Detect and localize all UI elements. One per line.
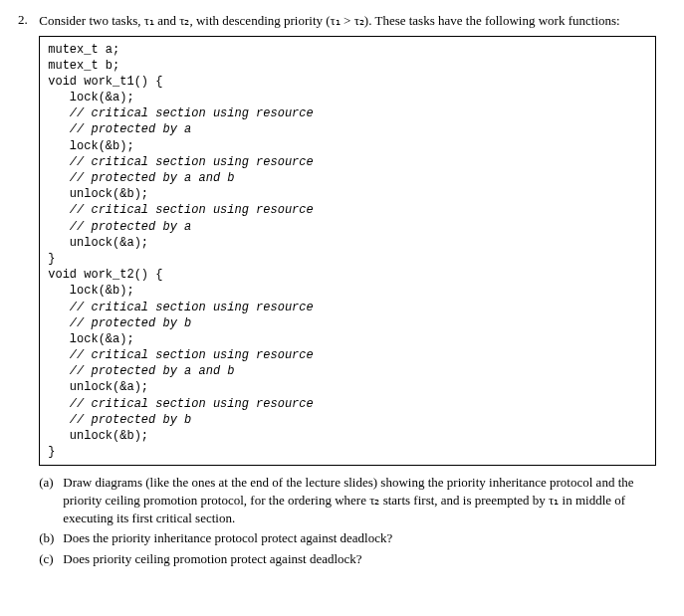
code-line: void work_t2() { [48, 267, 647, 283]
code-line: } [48, 444, 647, 460]
problem: 2. Consider two tasks, τ₁ and τ₂, with d… [18, 12, 666, 570]
code-line: unlock(&a); [48, 235, 647, 251]
sub-c-text: Does priority ceiling promotion protect … [63, 550, 656, 568]
problem-body: Consider two tasks, τ₁ and τ₂, with desc… [39, 12, 656, 570]
code-line: lock(&a); [48, 331, 647, 347]
code-comment: // critical section using resource [48, 300, 647, 315]
code-comment: // critical section using resource [48, 202, 647, 218]
code-line: mutex_t a; [48, 42, 647, 58]
code-comment: // protected by a and b [48, 170, 647, 186]
code-comment: // protected by a and b [48, 363, 647, 379]
code-comment: // critical section using resource [48, 105, 647, 121]
code-comment: // critical section using resource [48, 154, 647, 170]
code-line: mutex_t b; [48, 58, 647, 74]
code-line: void work_t1() { [48, 74, 647, 90]
sub-c-label: (c) [39, 550, 63, 568]
code-line: lock(&b); [48, 283, 647, 299]
code-line: lock(&a); [48, 90, 647, 105]
code-comment: // protected by b [48, 412, 647, 428]
code-line: unlock(&b); [48, 428, 647, 444]
code-line: unlock(&a); [48, 379, 647, 395]
code-line: } [48, 251, 647, 267]
sub-a-label: (a) [39, 474, 63, 526]
sub-a: (a) Draw diagrams (like the ones at the … [39, 474, 656, 526]
code-comment: // critical section using resource [48, 347, 647, 363]
sub-b-label: (b) [39, 529, 63, 547]
code-comment: // protected by a [48, 219, 647, 235]
code-comment: // critical section using resource [48, 396, 647, 412]
code-line: lock(&b); [48, 138, 647, 154]
code-comment: // protected by a [48, 121, 647, 137]
sub-c: (c) Does priority ceiling promotion prot… [39, 550, 656, 568]
problem-number: 2. [18, 12, 36, 28]
problem-intro: Consider two tasks, τ₁ and τ₂, with desc… [39, 12, 656, 30]
code-block: mutex_t a; mutex_t b; void work_t1() { l… [39, 36, 656, 467]
sub-b: (b) Does the priority inheritance protoc… [39, 529, 656, 547]
sub-b-text: Does the priority inheritance protocol p… [63, 529, 656, 547]
code-comment: // protected by b [48, 315, 647, 331]
sub-questions: (a) Draw diagrams (like the ones at the … [39, 474, 656, 567]
sub-a-text: Draw diagrams (like the ones at the end … [63, 474, 656, 526]
code-line: unlock(&b); [48, 186, 647, 202]
